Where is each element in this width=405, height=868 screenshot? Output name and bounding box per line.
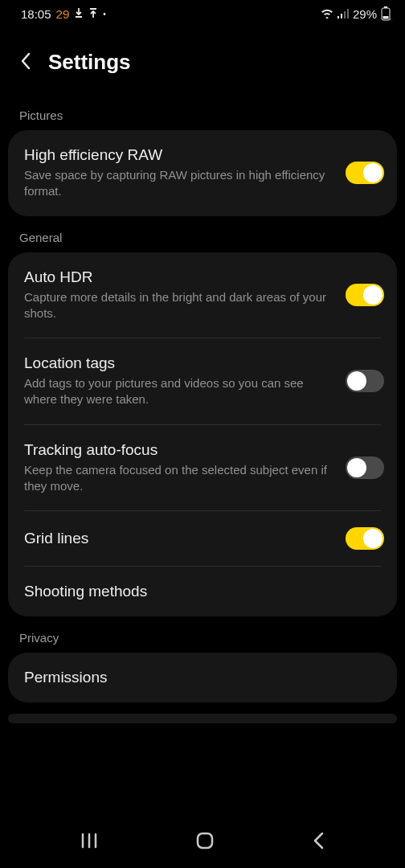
svg-rect-2 xyxy=(344,11,346,18)
back-nav-button[interactable] xyxy=(312,832,325,853)
row-auto-hdr[interactable]: Auto HDR Capture more details in the bri… xyxy=(8,252,397,338)
svg-rect-5 xyxy=(384,6,387,8)
battery-percent: 29% xyxy=(353,7,377,21)
header: Settings xyxy=(0,26,405,94)
row-desc: Capture more details in the bright and d… xyxy=(24,289,336,322)
upload-icon xyxy=(88,7,98,21)
svg-rect-0 xyxy=(338,16,339,18)
row-title: Tracking auto-focus xyxy=(24,441,336,459)
status-right: 29% xyxy=(321,6,391,21)
card-pictures: High efficiency RAW Save space by captur… xyxy=(8,130,397,216)
row-high-efficiency-raw[interactable]: High efficiency RAW Save space by captur… xyxy=(8,130,397,216)
row-desc: Add tags to your pictures and videos so … xyxy=(24,375,336,408)
row-title: Grid lines xyxy=(24,530,336,547)
row-title: Location tags xyxy=(24,354,336,372)
svg-rect-8 xyxy=(198,833,212,848)
toggle-grid-lines[interactable] xyxy=(346,527,384,550)
row-location-tags[interactable]: Location tags Add tags to your pictures … xyxy=(8,338,397,424)
recents-button[interactable] xyxy=(80,833,98,852)
page-title: Settings xyxy=(48,50,131,75)
card-general: Auto HDR Capture more details in the bri… xyxy=(8,252,397,617)
section-label-pictures: Pictures xyxy=(0,94,405,130)
svg-rect-1 xyxy=(341,14,342,18)
signal-icon xyxy=(338,7,349,21)
status-left: 18:05 29 • xyxy=(21,7,106,21)
back-button[interactable] xyxy=(19,51,48,74)
toggle-tracking-autofocus[interactable] xyxy=(346,457,384,479)
row-grid-lines[interactable]: Grid lines xyxy=(8,511,397,566)
section-label-general: General xyxy=(0,216,405,252)
row-shooting-methods[interactable]: Shooting methods xyxy=(8,567,397,616)
section-label-privacy: Privacy xyxy=(0,616,405,653)
toggle-high-efficiency-raw[interactable] xyxy=(346,162,384,184)
svg-rect-3 xyxy=(347,9,349,18)
toggle-auto-hdr[interactable] xyxy=(346,284,384,306)
row-desc: Keep the camera focused on the selected … xyxy=(24,462,336,495)
row-title: Shooting methods xyxy=(24,583,374,600)
svg-rect-6 xyxy=(383,16,389,19)
battery-icon xyxy=(381,6,391,21)
dot-icon: • xyxy=(103,10,106,18)
row-title: Auto HDR xyxy=(24,268,336,286)
wifi-icon xyxy=(321,7,333,21)
notification-count: 29 xyxy=(56,7,70,21)
toggle-location-tags[interactable] xyxy=(346,370,384,392)
home-button[interactable] xyxy=(195,831,215,854)
card-partial xyxy=(8,714,397,723)
card-privacy: Permissions xyxy=(8,653,397,702)
download-icon xyxy=(74,7,84,21)
status-bar: 18:05 29 • 29% xyxy=(0,0,405,26)
row-permissions[interactable]: Permissions xyxy=(8,653,397,702)
row-title: Permissions xyxy=(24,669,374,686)
row-tracking-autofocus[interactable]: Tracking auto-focus Keep the camera focu… xyxy=(8,425,397,511)
status-time: 18:05 xyxy=(21,7,51,21)
navigation-bar xyxy=(0,825,405,868)
row-desc: Save space by capturing RAW pictures in … xyxy=(24,167,336,200)
row-title: High efficiency RAW xyxy=(24,146,336,164)
